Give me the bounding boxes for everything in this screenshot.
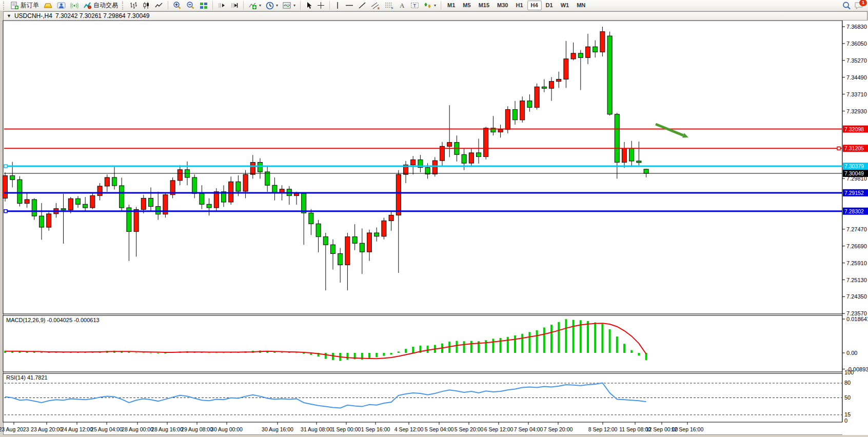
- svg-text:0.018641: 0.018641: [846, 316, 868, 322]
- zoom-in-icon: [173, 2, 182, 10]
- svg-text:7.35270: 7.35270: [846, 57, 867, 64]
- chart-canvas[interactable]: 7.368307.360507.352707.344907.337107.329…: [0, 0, 868, 437]
- svg-text:5 Sep 20:00: 5 Sep 20:00: [455, 426, 484, 432]
- trendline-tool[interactable]: [356, 1, 368, 10]
- svg-text:7.27470: 7.27470: [846, 226, 867, 232]
- svg-text:7.28302: 7.28302: [844, 208, 864, 214]
- svg-text:80: 80: [844, 380, 851, 386]
- svg-text:7.29152: 7.29152: [844, 190, 864, 196]
- channel-tool[interactable]: E: [369, 1, 382, 10]
- cursor-icon: [305, 2, 312, 9]
- svg-text:28 Aug 16:00: 28 Aug 16:00: [151, 426, 183, 432]
- fibonacci-icon: F: [385, 2, 394, 10]
- collapse-triangle-icon[interactable]: ▼: [7, 13, 11, 18]
- svg-text:100: 100: [844, 369, 854, 375]
- auto-scroll-button[interactable]: [215, 1, 228, 10]
- line-chart-mode-button[interactable]: [153, 1, 165, 10]
- svg-text:24 Aug 12:00: 24 Aug 12:00: [61, 426, 93, 432]
- svg-text:30 Aug 16:00: 30 Aug 16:00: [262, 426, 293, 432]
- candlestick-icon: [142, 2, 150, 9]
- svg-text:8 Sep 12:00: 8 Sep 12:00: [588, 426, 618, 432]
- new-order-label: 新订单: [21, 1, 39, 10]
- text-icon: A: [399, 2, 406, 9]
- trendline-icon: [358, 2, 366, 9]
- tab-timeframe-m1[interactable]: M1: [444, 1, 459, 10]
- chevron-down-icon: ▾: [276, 3, 278, 8]
- toolbar-separator: [243, 1, 244, 10]
- crosshair-button[interactable]: [315, 1, 327, 10]
- svg-text:7.26690: 7.26690: [846, 243, 867, 249]
- svg-text:7.31205: 7.31205: [844, 145, 864, 151]
- profile-icon: [57, 2, 66, 9]
- tab-timeframe-d1[interactable]: D1: [542, 1, 557, 10]
- candlestick-mode-button[interactable]: [140, 1, 152, 10]
- fibonacci-tool[interactable]: F: [383, 1, 396, 10]
- zoom-in-button[interactable]: [171, 1, 184, 10]
- deposit-button[interactable]: [42, 1, 54, 10]
- svg-text:A: A: [400, 2, 405, 9]
- arrows-tool[interactable]: ▾: [422, 1, 438, 10]
- tab-timeframe-h4[interactable]: H4: [527, 1, 542, 10]
- chevron-down-icon: ▾: [293, 3, 295, 8]
- chevron-down-icon: ▾: [259, 3, 261, 8]
- main-toolbar: 新订单 自动交易 ▾ ▾: [0, 0, 868, 11]
- tab-timeframe-m30[interactable]: M30: [494, 1, 511, 10]
- zoom-out-button[interactable]: [184, 1, 197, 10]
- clock-icon: [266, 2, 274, 10]
- chart-shift-button[interactable]: [228, 1, 241, 10]
- svg-text:6 Sep 12:00: 6 Sep 12:00: [484, 426, 514, 432]
- text-tool[interactable]: A: [397, 1, 408, 10]
- text-label-tool[interactable]: T: [408, 1, 421, 10]
- svg-text:7.36830: 7.36830: [846, 24, 867, 30]
- tab-timeframe-m15[interactable]: M15: [475, 1, 493, 10]
- tab-timeframe-mn[interactable]: MN: [573, 1, 589, 10]
- svg-text:1 Sep 00:00: 1 Sep 00:00: [332, 426, 361, 432]
- svg-text:7.25910: 7.25910: [846, 260, 867, 266]
- svg-text:23 Aug 20:00: 23 Aug 20:00: [31, 426, 63, 432]
- horizontal-line-icon: [345, 2, 353, 9]
- tile-windows-button[interactable]: [198, 1, 210, 10]
- svg-text:28 Aug 00:00: 28 Aug 00:00: [122, 426, 153, 432]
- tab-timeframe-w1[interactable]: W1: [557, 1, 573, 10]
- new-order-button[interactable]: 新订单: [8, 1, 41, 10]
- svg-text:7.36050: 7.36050: [846, 41, 867, 47]
- svg-text:4 Sep 12:00: 4 Sep 12:00: [394, 426, 424, 432]
- tab-timeframe-m5[interactable]: M5: [459, 1, 474, 10]
- notifications-button[interactable]: 1: [854, 2, 863, 10]
- auto-trading-button[interactable]: 自动交易: [81, 1, 120, 10]
- indicators-icon: [248, 2, 257, 9]
- community-button[interactable]: [55, 1, 68, 10]
- signal-icon: [70, 2, 78, 9]
- vertical-line-icon: [334, 2, 341, 9]
- tab-timeframe-h1[interactable]: H1: [512, 1, 526, 10]
- auto-scroll-icon: [218, 2, 226, 9]
- chart-titlebar[interactable]: ▼ USDCNH-,H4 7.30242 7.30261 7.29864 7.3…: [3, 11, 867, 21]
- toolbar-separator: [168, 1, 168, 10]
- cursor-button[interactable]: [303, 1, 314, 10]
- search-icon[interactable]: [842, 2, 851, 10]
- bar-chart-mode-button[interactable]: [127, 1, 140, 10]
- signals-button[interactable]: [68, 1, 81, 10]
- periods-button[interactable]: ▾: [264, 1, 280, 10]
- svg-text:29 Aug 08:00: 29 Aug 08:00: [181, 426, 213, 432]
- svg-text:30 Aug 00:00: 30 Aug 00:00: [211, 426, 243, 432]
- svg-text:50: 50: [844, 394, 851, 401]
- toolbar-grip[interactable]: [3, 2, 6, 10]
- new-order-icon: [10, 2, 19, 10]
- text-label-icon: T: [410, 2, 419, 9]
- svg-text:0: 0: [844, 418, 847, 424]
- toolbar-separator: [212, 1, 213, 10]
- gold-ingot-icon: [44, 2, 52, 9]
- crosshair-icon: [317, 2, 325, 9]
- toolbar-grip[interactable]: [122, 2, 125, 10]
- svg-text:7.34490: 7.34490: [846, 74, 867, 81]
- svg-text:0.00: 0.00: [846, 350, 857, 356]
- horizontal-line-tool[interactable]: [343, 1, 356, 10]
- toolbar-separator: [300, 1, 301, 10]
- chart-symbol-period: USDCNH-,H4: [14, 12, 52, 19]
- indicators-button[interactable]: ▾: [246, 1, 263, 10]
- svg-text:25 Aug 04:00: 25 Aug 04:00: [91, 426, 123, 432]
- vertical-line-tool[interactable]: [332, 1, 343, 10]
- templates-button[interactable]: ▾: [281, 1, 298, 10]
- svg-text:7.33710: 7.33710: [846, 91, 867, 97]
